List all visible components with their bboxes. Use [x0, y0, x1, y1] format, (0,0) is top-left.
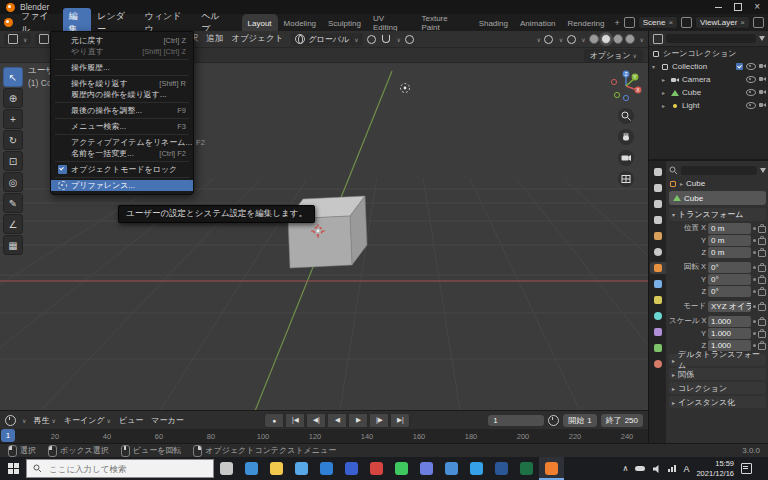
- proportional-editing-icon[interactable]: [405, 34, 415, 44]
- outliner-row[interactable]: ▸ Light: [649, 99, 768, 112]
- properties-tab[interactable]: [650, 326, 666, 338]
- lock-icon[interactable]: [758, 250, 766, 257]
- workspace-tab[interactable]: UV Editing: [367, 14, 416, 31]
- exclude-checkbox[interactable]: [736, 63, 743, 70]
- transport-button[interactable]: |◀: [285, 413, 305, 428]
- camera-view-button[interactable]: [618, 150, 634, 166]
- animate-dot-icon[interactable]: [753, 227, 756, 230]
- transport-button[interactable]: ◀|: [306, 413, 326, 428]
- pivot-point-icon[interactable]: [367, 34, 377, 44]
- shading-mode-ball[interactable]: [601, 34, 611, 44]
- transport-button[interactable]: ◀: [327, 413, 347, 428]
- workspace-tab[interactable]: Sculpting: [322, 14, 367, 31]
- outliner-search-field[interactable]: [666, 34, 756, 43]
- taskbar-search[interactable]: [26, 459, 214, 478]
- edit-menu-item[interactable]: オブジェクトモードをロック: [51, 164, 193, 175]
- properties-filter-icon[interactable]: [760, 168, 766, 173]
- timeline-editor-caret[interactable]: ∨: [22, 417, 26, 424]
- animate-dot-icon[interactable]: [753, 278, 756, 281]
- taskbar-app-icon[interactable]: [264, 457, 289, 480]
- show-gizmos-icon[interactable]: [544, 34, 554, 44]
- taskbar-app-icon[interactable]: [214, 457, 239, 480]
- transform-value-field[interactable]: 0 m: [708, 223, 751, 234]
- collapsed-panel-header[interactable]: ▸ インスタンス化: [669, 396, 766, 408]
- volume-icon[interactable]: [652, 464, 661, 474]
- properties-tab[interactable]: [650, 182, 666, 194]
- overlays-dropdown-caret[interactable]: ∨: [581, 36, 585, 43]
- timeline-editor-type-icon[interactable]: [5, 415, 16, 426]
- options-dropdown[interactable]: オプション∨: [584, 49, 643, 62]
- current-frame-field[interactable]: 1: [488, 415, 544, 426]
- viewlayer-remove-icon[interactable]: ×: [740, 18, 745, 27]
- playhead[interactable]: 1: [1, 429, 15, 442]
- tool-button[interactable]: ✎: [3, 193, 23, 213]
- tool-button[interactable]: ◎: [3, 172, 23, 192]
- edit-menu-item[interactable]: [55, 134, 189, 135]
- taskbar-app-icon[interactable]: [464, 457, 489, 480]
- shading-mode-ball[interactable]: [589, 34, 599, 44]
- taskbar-app-icon[interactable]: [514, 457, 539, 480]
- timeline-ruler[interactable]: 20406080100120140160180200220240 1: [0, 429, 648, 443]
- viewlayer-selector[interactable]: ViewLayer ×: [695, 16, 750, 29]
- animate-dot-icon[interactable]: [753, 332, 756, 335]
- animate-dot-icon[interactable]: [753, 305, 756, 308]
- snap-magnet-icon[interactable]: [381, 34, 391, 44]
- transport-button[interactable]: ▶: [348, 413, 368, 428]
- taskbar-app-icon[interactable]: [289, 457, 314, 480]
- transport-button[interactable]: ●: [264, 413, 284, 428]
- tool-button[interactable]: ∠: [3, 214, 23, 234]
- transform-value-field[interactable]: 0°: [708, 286, 751, 297]
- timeline-menu-item[interactable]: ビュー∨: [116, 414, 146, 427]
- pan-hand-button[interactable]: [618, 129, 634, 145]
- properties-tab[interactable]: [650, 166, 666, 178]
- taskbar-app-icon[interactable]: [364, 457, 389, 480]
- transform-orientation-dropdown[interactable]: グローバル∨: [291, 33, 362, 46]
- disable-in-render-icon[interactable]: [759, 77, 766, 82]
- expander-icon[interactable]: ▸: [662, 76, 668, 83]
- expander-icon[interactable]: ▸: [662, 102, 668, 109]
- new-viewlayer-icon[interactable]: [753, 17, 764, 28]
- shading-mode-ball[interactable]: [613, 34, 623, 44]
- expander-icon[interactable]: ▸: [662, 89, 668, 96]
- taskbar-app-icon[interactable]: [389, 457, 414, 480]
- edit-menu-item[interactable]: [55, 102, 189, 103]
- taskbar-app-icon[interactable]: [239, 457, 264, 480]
- workspace-tab[interactable]: Animation: [514, 14, 562, 31]
- transport-button[interactable]: ▶|: [390, 413, 410, 428]
- workspace-tab[interactable]: Modeling: [278, 14, 322, 31]
- shading-dropdown-caret[interactable]: ∨: [640, 36, 644, 43]
- workspace-tab[interactable]: Layout: [242, 14, 278, 31]
- workspace-tab[interactable]: Rendering: [562, 14, 611, 31]
- edit-menu-item[interactable]: 履歴内の操作を繰り返す...: [51, 89, 193, 100]
- blender-logo-icon[interactable]: [4, 18, 13, 27]
- edit-menu-item[interactable]: やり直す [Shift] [Ctrl] Z: [51, 46, 193, 57]
- animate-dot-icon[interactable]: [753, 344, 756, 347]
- tool-button[interactable]: +: [3, 109, 23, 129]
- shading-mode-ball[interactable]: [625, 34, 635, 44]
- edit-menu-item[interactable]: 最後の操作を調整... F9: [51, 105, 193, 116]
- add-workspace-button[interactable]: +: [610, 18, 623, 28]
- collapsed-panel-header[interactable]: ▸ コレクション: [669, 382, 766, 394]
- timeline-menu-item[interactable]: キーイング∨: [61, 414, 114, 427]
- lock-icon[interactable]: [758, 289, 766, 296]
- taskbar-clock[interactable]: 15:59 2021/12/16: [696, 459, 734, 478]
- scene-selector[interactable]: Scene ×: [638, 16, 678, 29]
- collapsed-panel-header[interactable]: ▸ デルタトランスフォーム: [669, 354, 766, 366]
- lock-icon[interactable]: [758, 238, 766, 245]
- browse-viewlayer-icon[interactable]: [681, 17, 692, 28]
- animate-dot-icon[interactable]: [753, 290, 756, 293]
- hide-in-viewport-icon[interactable]: [746, 102, 756, 109]
- browse-scene-icon[interactable]: [624, 17, 635, 28]
- hide-in-viewport-icon[interactable]: [746, 63, 756, 70]
- edit-menu-item[interactable]: アクティブアイテムをリネーム... F2: [51, 137, 193, 148]
- perspective-toggle-button[interactable]: [618, 171, 634, 187]
- edit-menu-item[interactable]: [55, 59, 189, 60]
- edit-menu-item[interactable]: [55, 118, 189, 119]
- lock-icon[interactable]: [758, 304, 766, 311]
- lock-icon[interactable]: [758, 331, 766, 338]
- transform-value-field[interactable]: XYZ オイラー角: [708, 301, 751, 312]
- properties-tab[interactable]: [650, 230, 666, 242]
- zoom-button[interactable]: [618, 108, 634, 124]
- properties-search-field[interactable]: [681, 166, 757, 175]
- transform-value-field[interactable]: 0°: [708, 262, 751, 273]
